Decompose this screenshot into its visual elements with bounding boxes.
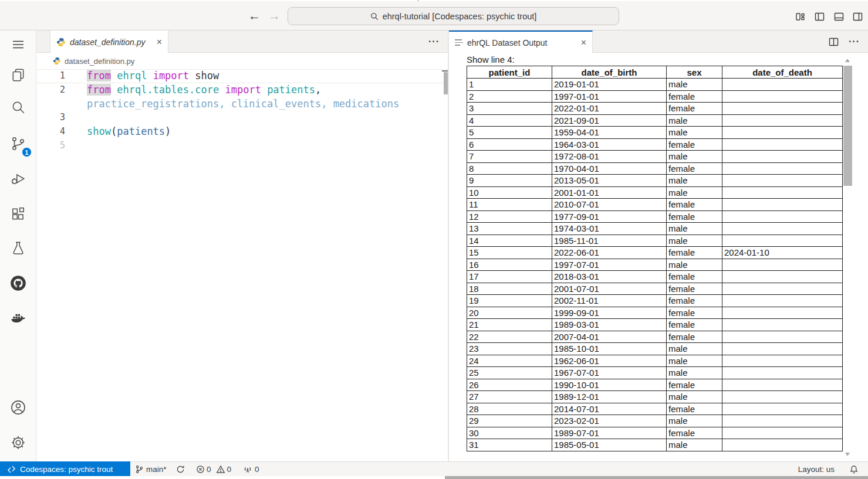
cell-date-of-birth: 1974-03-01 bbox=[552, 223, 667, 235]
menu-icon[interactable] bbox=[9, 35, 28, 54]
settings-gear-icon[interactable] bbox=[9, 433, 28, 452]
cell-sex: male bbox=[667, 355, 722, 367]
accounts-icon[interactable] bbox=[9, 398, 28, 417]
cell-date-of-death: 2024-01-10 bbox=[722, 247, 843, 259]
command-center[interactable]: ehrql-tutorial [Codespaces: psychic trou… bbox=[288, 7, 619, 25]
output-scrollbar[interactable] bbox=[843, 53, 852, 461]
tab-ehrql-dataset-output[interactable]: ehrQL Dataset Output × bbox=[449, 30, 593, 53]
table-row: 16 1997-07-01 male bbox=[467, 259, 843, 271]
problems-indicator[interactable]: 0 0 bbox=[196, 462, 231, 477]
ports-indicator[interactable]: 0 bbox=[243, 462, 259, 477]
cell-date-of-death bbox=[722, 186, 843, 199]
cell-date-of-birth: 1964-03-01 bbox=[552, 138, 667, 151]
branch-icon bbox=[135, 465, 144, 474]
cell-date-of-birth: 1989-03-01 bbox=[552, 319, 667, 331]
warning-icon bbox=[216, 465, 225, 474]
testing-icon[interactable] bbox=[9, 239, 28, 257]
output-tab-bar: ehrQL Dataset Output × ··· bbox=[449, 30, 868, 53]
cell-date-of-death bbox=[722, 259, 843, 271]
line-number: 4 bbox=[36, 125, 65, 139]
cell-date-of-death bbox=[722, 355, 843, 367]
output-group: ehrQL Dataset Output × ··· Show line 4: bbox=[449, 30, 868, 461]
code-lines[interactable]: 1from ehrql import show2from ehrql.table… bbox=[36, 69, 448, 153]
cell-date-of-death bbox=[722, 415, 843, 427]
back-icon[interactable]: ← bbox=[248, 8, 261, 23]
cell-patient-id: 18 bbox=[467, 283, 552, 295]
cell-date-of-birth: 1962-06-01 bbox=[552, 355, 667, 367]
customize-layout-icon[interactable] bbox=[793, 10, 806, 23]
toggle-secondary-sidebar-icon[interactable] bbox=[851, 10, 864, 23]
activity-bar: 1 bbox=[0, 30, 36, 461]
table-header-cell: date_of_death bbox=[722, 66, 843, 79]
notifications-bell[interactable] bbox=[849, 462, 859, 477]
cell-date-of-death bbox=[722, 151, 843, 163]
cell-sex: male bbox=[667, 259, 722, 271]
cell-date-of-death bbox=[722, 319, 843, 331]
error-count: 0 bbox=[207, 465, 211, 474]
layout-indicator[interactable]: Layout: us bbox=[798, 462, 835, 477]
command-center-text: ehrql-tutorial [Codespaces: psychic trou… bbox=[383, 12, 537, 21]
branch-indicator[interactable]: main* bbox=[135, 462, 167, 477]
line-number: 2 bbox=[36, 83, 65, 97]
run-debug-icon[interactable] bbox=[9, 169, 28, 188]
docker-icon[interactable] bbox=[9, 309, 28, 328]
cell-date-of-death bbox=[722, 127, 843, 139]
sync-button[interactable] bbox=[176, 462, 185, 477]
remote-label: Codespaces: psychic trout bbox=[20, 465, 113, 474]
table-row: 15 2022-06-01 female 2024-01-10 bbox=[467, 247, 843, 259]
close-icon[interactable]: × bbox=[157, 38, 162, 47]
cell-sex: female bbox=[667, 199, 722, 211]
toggle-primary-sidebar-icon[interactable] bbox=[813, 10, 826, 23]
close-icon[interactable]: × bbox=[581, 38, 586, 47]
cell-date-of-birth: 2022-01-01 bbox=[552, 103, 667, 115]
table-row: 9 2013-05-01 male bbox=[467, 175, 843, 187]
code-line[interactable]: 2from ehrql.tables.core import patients, bbox=[36, 83, 448, 97]
toggle-panel-icon[interactable] bbox=[832, 10, 845, 23]
editor-tab-bar: dataset_definition.py × ··· bbox=[36, 30, 448, 53]
search-sidebar-icon[interactable] bbox=[9, 98, 28, 117]
code-line[interactable]: 3 bbox=[36, 111, 448, 125]
code-line[interactable]: 1from ehrql import show bbox=[36, 69, 448, 83]
cell-sex: male bbox=[667, 415, 722, 427]
cell-sex: female bbox=[667, 427, 722, 439]
table-row: 5 1959-04-01 male bbox=[467, 127, 843, 139]
cell-date-of-birth: 1997-07-01 bbox=[552, 259, 667, 271]
scroll-up-icon[interactable] bbox=[845, 59, 850, 62]
python-file-icon bbox=[53, 57, 61, 65]
cell-patient-id: 5 bbox=[467, 127, 552, 139]
cell-sex: female bbox=[667, 103, 722, 115]
source-control-icon[interactable]: 1 bbox=[9, 134, 28, 153]
scroll-down-icon[interactable] bbox=[845, 453, 850, 456]
remote-indicator[interactable]: Codespaces: psychic trout bbox=[0, 461, 130, 477]
scm-badge: 1 bbox=[22, 147, 32, 157]
cell-patient-id: 13 bbox=[467, 223, 552, 235]
output-list-icon bbox=[455, 39, 463, 46]
cell-date-of-death bbox=[722, 210, 843, 223]
table-row: 6 1964-03-01 female bbox=[467, 138, 843, 151]
cell-date-of-birth: 2013-05-01 bbox=[552, 175, 667, 187]
code-line[interactable]: 5 bbox=[36, 139, 448, 153]
code-line[interactable]: practice_registrations, clinical_events,… bbox=[36, 97, 448, 111]
bell-icon bbox=[849, 465, 859, 474]
table-row: 26 1990-10-01 female bbox=[467, 379, 843, 391]
output-more-actions[interactable]: ··· bbox=[849, 30, 860, 53]
editor-more-actions[interactable]: ··· bbox=[428, 30, 440, 53]
breadcrumb[interactable]: dataset_definition.py bbox=[36, 53, 448, 69]
explorer-icon[interactable] bbox=[9, 66, 28, 84]
table-row: 21 1989-03-01 female bbox=[467, 319, 843, 331]
show-line-label: Show line 4: bbox=[467, 55, 515, 64]
line-number: 5 bbox=[36, 139, 65, 153]
cell-date-of-death bbox=[722, 391, 843, 403]
cell-sex: male bbox=[667, 127, 722, 139]
cell-patient-id: 21 bbox=[467, 319, 552, 331]
table-row: 19 2002-11-01 female bbox=[467, 295, 843, 307]
extensions-icon[interactable] bbox=[9, 205, 28, 223]
github-icon[interactable] bbox=[9, 274, 28, 293]
scrollbar-thumb[interactable] bbox=[843, 66, 852, 186]
table-row: 23 1985-10-01 male bbox=[467, 343, 843, 355]
forward-icon[interactable]: → bbox=[268, 8, 281, 23]
tab-dataset-definition[interactable]: dataset_definition.py × bbox=[50, 30, 168, 53]
split-editor-icon[interactable] bbox=[828, 36, 840, 48]
remote-icon bbox=[7, 465, 16, 474]
code-line[interactable]: 4show(patients) bbox=[36, 125, 448, 139]
